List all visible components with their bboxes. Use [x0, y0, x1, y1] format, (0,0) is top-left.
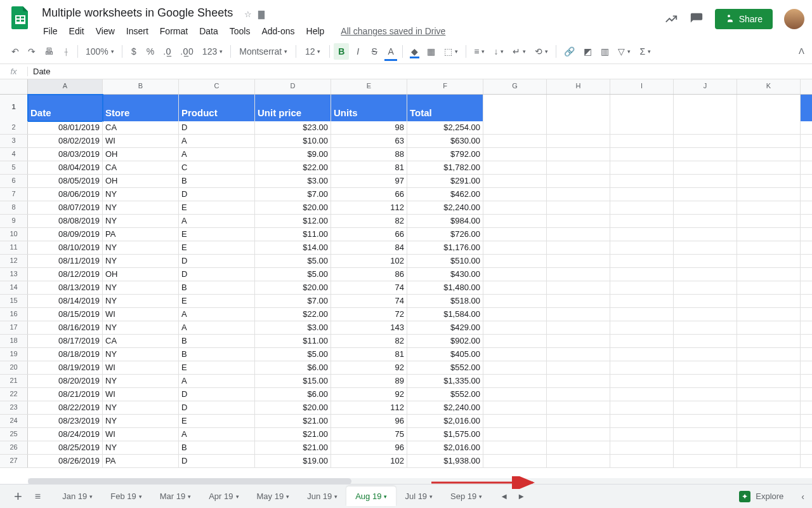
- save-status[interactable]: All changes saved in Drive: [341, 26, 445, 36]
- cell[interactable]: [483, 428, 547, 441]
- cell[interactable]: [674, 148, 737, 161]
- cell[interactable]: $3.00: [255, 175, 331, 187]
- sheet-tab-sep-19[interactable]: Sep 19▾: [442, 486, 491, 506]
- cell[interactable]: [547, 321, 610, 334]
- wrap-button[interactable]: ↵: [509, 43, 530, 60]
- cell[interactable]: [610, 201, 674, 214]
- sheet-tab-mar-19[interactable]: Mar 19▾: [151, 486, 200, 506]
- explore-button[interactable]: ✦ Explore: [731, 487, 791, 506]
- cell[interactable]: [547, 361, 610, 374]
- cell[interactable]: [483, 415, 547, 427]
- sheet-prev-button[interactable]: ◄: [500, 491, 508, 501]
- cell[interactable]: $405.00: [407, 348, 483, 361]
- cell[interactable]: [610, 428, 674, 441]
- cell[interactable]: [547, 335, 610, 347]
- cell[interactable]: $21.00: [255, 428, 331, 441]
- sheet-tab-jan-19[interactable]: Jan 19▾: [53, 486, 102, 506]
- activity-icon[interactable]: [664, 12, 678, 26]
- cell[interactable]: 92: [331, 388, 407, 401]
- header-cell[interactable]: Total: [407, 95, 483, 121]
- fill-color-button[interactable]: ◆: [407, 43, 422, 60]
- cell[interactable]: 97: [331, 175, 407, 187]
- cell[interactable]: [674, 281, 737, 294]
- header-cell[interactable]: [483, 95, 547, 121]
- cell[interactable]: $9.00: [255, 148, 331, 161]
- sheet-tab-aug-19[interactable]: Aug 19▾: [346, 486, 396, 506]
- cell[interactable]: E: [179, 201, 255, 214]
- cell[interactable]: [547, 348, 610, 361]
- cell[interactable]: $5.00: [255, 268, 331, 281]
- cell[interactable]: 08/08/2019: [28, 215, 103, 227]
- comment-icon[interactable]: [690, 12, 704, 26]
- cell[interactable]: $20.00: [255, 281, 331, 294]
- cell[interactable]: $5.00: [255, 348, 331, 361]
- cell[interactable]: 08/09/2019: [28, 228, 103, 241]
- sheet-tab-jul-19[interactable]: Jul 19▾: [396, 486, 442, 506]
- header-cell[interactable]: [547, 95, 610, 121]
- row-header-5[interactable]: 5: [0, 161, 28, 174]
- cell[interactable]: [483, 161, 547, 174]
- cell[interactable]: $22.00: [255, 161, 331, 174]
- cell[interactable]: [610, 175, 674, 187]
- row-header-24[interactable]: 24: [0, 415, 28, 427]
- cell[interactable]: 08/06/2019: [28, 188, 103, 201]
- cell[interactable]: 82: [331, 335, 407, 347]
- header-cell[interactable]: Product: [179, 95, 255, 121]
- menu-insert[interactable]: Insert: [121, 23, 154, 39]
- cell[interactable]: [483, 348, 547, 361]
- header-cell[interactable]: [737, 95, 801, 121]
- cell[interactable]: [674, 335, 737, 347]
- cell[interactable]: [737, 415, 801, 427]
- cell[interactable]: [610, 321, 674, 334]
- cell[interactable]: [737, 308, 801, 321]
- cell[interactable]: [737, 241, 801, 254]
- cell[interactable]: OH: [103, 175, 179, 187]
- row-header-9[interactable]: 9: [0, 215, 28, 227]
- cell[interactable]: 112: [331, 401, 407, 414]
- cell[interactable]: $510.00: [407, 255, 483, 267]
- cell[interactable]: $14.00: [255, 241, 331, 254]
- cell[interactable]: [610, 135, 674, 147]
- h-align-button[interactable]: ≡: [470, 43, 488, 60]
- cell[interactable]: $430.00: [407, 268, 483, 281]
- cell[interactable]: [483, 455, 547, 467]
- cell[interactable]: [674, 415, 737, 427]
- cell[interactable]: [674, 255, 737, 267]
- sheet-next-button[interactable]: ►: [517, 491, 525, 501]
- row-header-22[interactable]: 22: [0, 388, 28, 401]
- cell[interactable]: [737, 295, 801, 307]
- cell[interactable]: [483, 215, 547, 227]
- row-header-19[interactable]: 19: [0, 348, 28, 361]
- cell[interactable]: 88: [331, 148, 407, 161]
- cell[interactable]: 08/04/2019: [28, 161, 103, 174]
- cell[interactable]: C: [179, 161, 255, 174]
- cell[interactable]: 82: [331, 215, 407, 227]
- all-sheets-button[interactable]: ≡: [29, 491, 47, 502]
- row-header-6[interactable]: 6: [0, 175, 28, 187]
- redo-button[interactable]: ↷: [24, 43, 39, 60]
- cell[interactable]: $1,176.00: [407, 241, 483, 254]
- cell[interactable]: [610, 335, 674, 347]
- cell[interactable]: [483, 188, 547, 201]
- cell[interactable]: [737, 375, 801, 387]
- header-cell[interactable]: Date: [28, 95, 103, 121]
- cell[interactable]: 08/23/2019: [28, 415, 103, 427]
- cell[interactable]: [610, 241, 674, 254]
- row-header-15[interactable]: 15: [0, 295, 28, 307]
- cell[interactable]: $6.00: [255, 388, 331, 401]
- cell[interactable]: [610, 188, 674, 201]
- row-header-18[interactable]: 18: [0, 335, 28, 347]
- menu-edit[interactable]: Edit: [64, 23, 89, 39]
- cell[interactable]: [737, 135, 801, 147]
- cell[interactable]: $20.00: [255, 401, 331, 414]
- cell[interactable]: $1,938.00: [407, 455, 483, 467]
- cell[interactable]: 86: [331, 268, 407, 281]
- cell[interactable]: NY: [103, 348, 179, 361]
- cell[interactable]: [610, 361, 674, 374]
- cell[interactable]: [674, 375, 737, 387]
- cell[interactable]: $23.00: [255, 121, 331, 134]
- cell[interactable]: 74: [331, 281, 407, 294]
- row-header-11[interactable]: 11: [0, 241, 28, 254]
- cell[interactable]: $22.00: [255, 308, 331, 321]
- select-all-corner[interactable]: [0, 79, 28, 94]
